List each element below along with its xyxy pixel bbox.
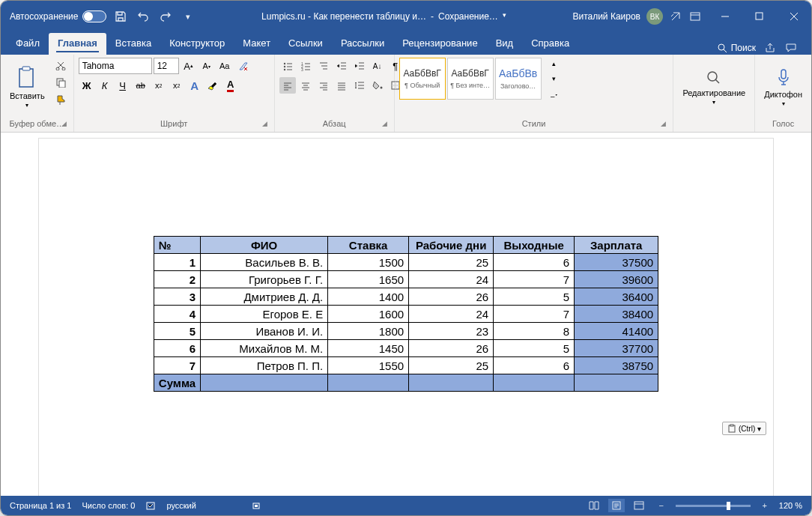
tab-insert[interactable]: Вставка	[106, 33, 160, 55]
shrink-font-icon[interactable]: A▾	[199, 58, 215, 74]
print-layout-icon[interactable]	[608, 499, 625, 512]
tab-references[interactable]: Ссылки	[279, 33, 332, 55]
redo-icon[interactable]	[159, 10, 172, 23]
web-layout-icon[interactable]	[631, 499, 647, 512]
paste-button[interactable]: Вставить ▾	[5, 58, 49, 116]
align-right-icon[interactable]	[315, 77, 332, 94]
align-left-icon[interactable]	[279, 77, 296, 94]
table-row[interactable]: 6Михайлов М. М.145026537700	[154, 340, 658, 357]
read-mode-icon[interactable]	[586, 499, 602, 512]
change-case-icon[interactable]: Aa	[216, 58, 233, 74]
share-icon[interactable]	[763, 41, 777, 55]
font-launcher-icon[interactable]: ◢	[262, 120, 271, 129]
comments-icon[interactable]	[784, 41, 798, 55]
subscript-icon[interactable]: x2	[151, 77, 167, 94]
document-area[interactable]: №ФИОСтавкаРабочие дниВыходныеЗарплата 1В…	[1, 133, 811, 496]
table-row[interactable]: 7Петров П. П.155025638750	[154, 357, 658, 374]
tab-file[interactable]: Файл	[7, 33, 49, 55]
styles-more-icon[interactable]: ⎯▾	[546, 88, 563, 100]
copy-icon[interactable]	[52, 75, 69, 91]
style-item[interactable]: АаБбВвГ¶ Без инте…	[447, 58, 494, 100]
search-box[interactable]: Поиск	[717, 43, 756, 53]
underline-button[interactable]: Ч	[115, 77, 131, 94]
paragraph-launcher-icon[interactable]: ◢	[382, 120, 391, 129]
bold-button[interactable]: Ж	[79, 77, 95, 94]
table-row[interactable]: 4Егоров Е. Е160024738400	[154, 306, 658, 323]
strike-button[interactable]: ab	[133, 77, 149, 94]
grow-font-icon[interactable]: A▴	[181, 58, 197, 74]
minimize-button[interactable]	[708, 1, 742, 32]
table-row[interactable]: 5Иванов И. И.180023841400	[154, 323, 658, 340]
dictate-button[interactable]: Диктофон ▾	[760, 58, 807, 116]
table-header[interactable]: Выходные	[494, 237, 575, 254]
styles-down-icon[interactable]: ▾	[546, 73, 563, 85]
clear-format-icon[interactable]	[234, 58, 251, 74]
tab-mailings[interactable]: Рассылки	[332, 33, 393, 55]
multilevel-icon[interactable]	[315, 58, 332, 74]
table-header[interactable]: Рабочие дни	[409, 237, 494, 254]
tab-review[interactable]: Рецензирование	[393, 33, 486, 55]
undo-icon[interactable]	[136, 10, 150, 23]
language-indicator[interactable]: русский	[166, 501, 196, 510]
svg-rect-1	[756, 13, 763, 19]
group-styles: АаБбВвГ¶ ОбычныйАаБбВвГ¶ Без инте…АаБбВв…	[395, 55, 674, 132]
tab-design[interactable]: Конструктор	[160, 33, 234, 55]
zoom-in-icon[interactable]: +	[757, 499, 773, 512]
text-effects-icon[interactable]: A	[187, 77, 203, 94]
maximize-button[interactable]	[742, 1, 777, 32]
avatar[interactable]: ВК	[646, 8, 663, 25]
tab-view[interactable]: Вид	[487, 33, 523, 55]
save-icon[interactable]	[114, 10, 127, 23]
spell-check-icon[interactable]	[145, 500, 156, 511]
format-painter-icon[interactable]	[52, 91, 69, 107]
macro-record-icon[interactable]	[252, 500, 262, 511]
tab-home[interactable]: Главная	[49, 33, 106, 55]
tab-help[interactable]: Справка	[522, 33, 578, 55]
styles-up-icon[interactable]: ▴	[546, 58, 563, 70]
autosave-toggle[interactable]: Автосохранение	[10, 10, 106, 22]
table-header[interactable]: Зарплата	[575, 237, 658, 254]
cut-icon[interactable]	[52, 58, 69, 73]
page-indicator[interactable]: Страница 1 из 1	[10, 501, 71, 510]
align-center-icon[interactable]	[297, 77, 314, 94]
font-name-combo[interactable]	[79, 58, 152, 74]
highlight-icon[interactable]	[204, 77, 221, 94]
editing-button[interactable]: Редактирование ▾	[678, 58, 750, 116]
numbering-icon[interactable]: 123	[297, 58, 314, 74]
font-color-icon[interactable]: A	[222, 77, 239, 94]
style-gallery[interactable]: АаБбВвГ¶ ОбычныйАаБбВвГ¶ Без инте…АаБбВв…	[399, 58, 542, 100]
data-table[interactable]: №ФИОСтавкаРабочие дниВыходныеЗарплата 1В…	[154, 236, 658, 392]
qat-more-icon[interactable]: ▾	[181, 10, 195, 23]
word-count[interactable]: Число слов: 0	[82, 501, 135, 510]
bullets-icon[interactable]	[279, 58, 296, 74]
close-button[interactable]	[777, 1, 811, 32]
ribbon-mode-icon[interactable]	[688, 10, 702, 23]
table-sum-row[interactable]: Сумма	[154, 374, 658, 392]
paste-options-smart-tag[interactable]: (Ctrl) ▾	[722, 422, 766, 435]
zoom-level[interactable]: 120 %	[779, 501, 802, 510]
zoom-out-icon[interactable]: −	[653, 499, 670, 512]
table-header[interactable]: Ставка	[328, 237, 409, 254]
coming-soon-icon[interactable]	[669, 10, 682, 23]
styles-launcher-icon[interactable]: ◢	[661, 120, 670, 129]
table-header[interactable]: №	[154, 237, 200, 254]
zoom-slider[interactable]	[676, 505, 751, 507]
line-spacing-icon[interactable]	[351, 77, 368, 94]
sort-icon[interactable]: A↓	[369, 58, 386, 74]
table-row[interactable]: 2Григорьев Г. Г.165024739600	[154, 271, 658, 288]
superscript-icon[interactable]: x2	[169, 77, 185, 94]
decrease-indent-icon[interactable]	[333, 58, 350, 74]
increase-indent-icon[interactable]	[351, 58, 368, 74]
justify-icon[interactable]	[333, 77, 350, 94]
toggle-off-icon[interactable]	[82, 10, 106, 22]
tab-layout[interactable]: Макет	[234, 33, 279, 55]
table-header[interactable]: ФИО	[201, 237, 328, 254]
style-item[interactable]: АаБбВвЗаголово…	[495, 58, 542, 100]
font-size-combo[interactable]	[154, 58, 179, 74]
style-item[interactable]: АаБбВвГ¶ Обычный	[399, 58, 446, 100]
table-row[interactable]: 3Дмитриев Д. Д.140026536400	[154, 288, 658, 306]
clipboard-launcher-icon[interactable]: ◢	[61, 120, 70, 129]
table-row[interactable]: 1Васильев В. В.150025637500	[154, 254, 658, 271]
shading-icon[interactable]	[369, 77, 386, 94]
italic-button[interactable]: К	[97, 77, 113, 94]
